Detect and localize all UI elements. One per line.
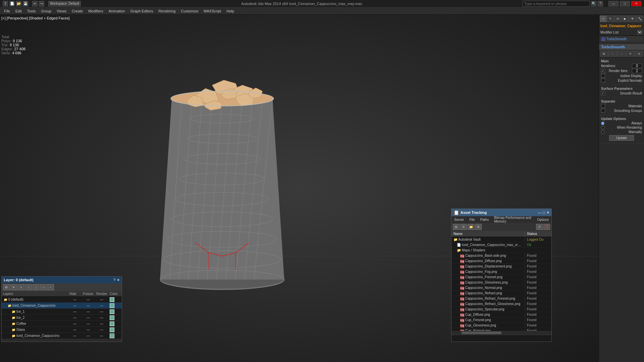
at-tool-3[interactable]: 📁 [468, 224, 474, 230]
ts-manually-radio[interactable] [601, 130, 604, 134]
new-btn[interactable]: 📄 [9, 1, 15, 6]
search-input[interactable] [523, 1, 590, 7]
asset-row[interactable]: 📄 Iced_Cinnamon_Cappuccino_max_vray.max … [451, 242, 551, 248]
asset-row[interactable]: img Cappuccino_Diffuse.png Found [451, 258, 551, 264]
asset-tracking-input[interactable] [451, 335, 551, 342]
asset-row[interactable]: 📁 Autodesk Vault Logged Ou [451, 237, 551, 242]
minimize-btn[interactable]: — [608, 1, 619, 6]
layer-freeze[interactable]: — [82, 304, 95, 307]
menu-create[interactable]: Create [69, 8, 86, 14]
layer-hide[interactable]: — [68, 310, 82, 313]
asset-row[interactable]: img Cappuccino_Normal.png Found [451, 285, 551, 291]
asset-row[interactable]: img Cappuccino_Fresnel.png Found [451, 275, 551, 280]
layer-freeze[interactable]: — [82, 328, 95, 331]
layer-row[interactable]: 📁 Ice_2 — — — [2, 315, 122, 321]
lm-tool-2[interactable]: ✕ [10, 284, 17, 290]
lm-tool-5[interactable]: ↓ [33, 284, 39, 290]
layer-render[interactable]: — [95, 322, 108, 325]
asset-row[interactable]: img Cappuccino_Specular.png Found [451, 307, 551, 312]
asset-row[interactable]: img Cappuccino_Refract_Glossiness.png Fo… [451, 301, 551, 307]
rp-tab-display[interactable]: 👁 [629, 15, 636, 22]
rp-tab-motion[interactable]: ▶ [622, 15, 629, 22]
viewport[interactable]: [+] [Perspective] [Shaded + Edged Faces]… [0, 15, 599, 362]
ts-when-rendering-radio[interactable] [601, 126, 604, 129]
redo-btn[interactable]: ↪ [39, 1, 44, 6]
layer-row[interactable]: 📁 Ice_1 — — — [2, 309, 122, 315]
ts-render-iters-checkbox[interactable] [601, 69, 605, 73]
asset-row[interactable]: img Cappuccino_Displacement.png Found [451, 264, 551, 269]
at-menu-server[interactable]: Server [451, 217, 467, 222]
menu-modifiers[interactable]: Modifiers [86, 8, 106, 14]
rp-tab-create[interactable]: + [600, 15, 607, 22]
layer-color[interactable] [108, 321, 122, 326]
open-btn[interactable]: 📂 [16, 1, 21, 6]
maximize-btn[interactable]: □ [620, 1, 630, 6]
save-btn[interactable]: 💾 [23, 1, 28, 6]
modifier-list-dropdown[interactable] [637, 30, 643, 35]
modifier-item-turbosmooth[interactable]: TurboSmooth [600, 36, 643, 42]
layer-freeze[interactable]: — [82, 316, 95, 319]
at-tool-4[interactable]: ⚙ [475, 224, 482, 230]
menu-graph-editors[interactable]: Graph Editors [128, 8, 156, 14]
at-tool-2[interactable]: ✕ [460, 224, 467, 230]
at-tool-6[interactable]: ❓ [543, 224, 550, 230]
rpb-btn-1[interactable]: ⊞ [600, 51, 608, 57]
asset-row[interactable]: img Cup_Glossiness.png Found [451, 323, 551, 328]
layer-render[interactable]: — [95, 328, 108, 331]
workspace-dropdown[interactable]: Workspace: Default [48, 1, 81, 6]
rp-tab-modify[interactable]: ✎ [607, 15, 614, 22]
ts-smooth-result-checkbox[interactable] [601, 91, 605, 95]
at-minimize-btn[interactable]: — [538, 210, 541, 215]
layer-manager-help-btn[interactable]: ? [113, 278, 115, 282]
menu-tools[interactable]: Tools [24, 8, 39, 14]
layer-manager-scrollbar[interactable] [2, 339, 122, 342]
ts-always-radio[interactable] [601, 122, 604, 125]
at-tool-1[interactable]: ⊞ [453, 224, 460, 230]
layer-color[interactable] [108, 297, 122, 302]
layer-row[interactable]: 📁 Iced_Cinnamon_Cappuccino — — — [2, 333, 122, 339]
lm-tool-6[interactable]: → [40, 284, 47, 290]
menu-views[interactable]: Views [54, 8, 69, 14]
layer-color[interactable] [108, 303, 122, 308]
asset-row[interactable]: img Cappuccino_Fog.png Found [451, 269, 551, 275]
menu-maxscript[interactable]: MAXScript [201, 8, 224, 14]
ts-explicit-checkbox[interactable] [601, 78, 605, 82]
layer-render[interactable]: — [95, 310, 108, 313]
asset-tracking-scrollbar[interactable] [451, 331, 551, 335]
menu-customize[interactable]: Customize [178, 8, 201, 14]
ts-update-button[interactable]: Update [609, 135, 634, 141]
rpb-btn-5[interactable]: ⊡ [635, 51, 643, 57]
ts-materials-checkbox[interactable] [601, 104, 605, 108]
at-menu-bitmap[interactable]: Bitmap Performance and Memory [491, 215, 534, 224]
layer-render[interactable]: — [95, 298, 108, 301]
lm-tool-1[interactable]: ⊞ [3, 284, 10, 290]
asset-row[interactable]: img Cup_Diffuse.png Found [451, 312, 551, 317]
ts-render-iters-input[interactable] [632, 69, 642, 73]
layer-render[interactable]: — [95, 316, 108, 319]
asset-row[interactable]: img Cup_Fresnel.png Found [451, 317, 551, 323]
lm-tool-7[interactable]: ← [47, 284, 54, 290]
help-btn[interactable]: ? [598, 1, 603, 6]
menu-animation[interactable]: Animation [106, 8, 128, 14]
ts-iterations-input[interactable] [632, 64, 642, 68]
lm-tool-4[interactable]: ↑ [25, 284, 32, 290]
asset-tracking-table-body[interactable]: 📁 Autodesk Vault Logged Ou 📄 Iced_Cinnam… [451, 237, 551, 331]
menu-file[interactable]: File [1, 8, 13, 14]
at-maximize-btn[interactable]: □ [543, 210, 545, 215]
close-btn[interactable]: ✕ [631, 1, 641, 6]
layer-manager-close-btn[interactable]: ✕ [117, 278, 120, 282]
layer-row[interactable]: 📁 0 (default) — — — [2, 297, 122, 303]
layer-row[interactable]: 📁 Glass — — — [2, 327, 122, 333]
layer-color[interactable] [108, 309, 122, 314]
asset-row[interactable]: img Cappuccino_Back-side.png Found [451, 253, 551, 258]
ts-smoothing-groups-checkbox[interactable] [601, 109, 605, 113]
layer-freeze[interactable]: — [82, 298, 95, 301]
layer-hide[interactable]: — [68, 322, 82, 325]
layer-freeze[interactable]: — [82, 334, 95, 338]
rpb-btn-3[interactable]: → [617, 51, 626, 57]
menu-group[interactable]: Group [38, 8, 54, 14]
undo-btn[interactable]: ↩ [32, 1, 38, 6]
lm-tool-3[interactable]: + [18, 284, 24, 290]
layer-color[interactable] [108, 315, 122, 320]
layer-color[interactable] [108, 327, 122, 332]
